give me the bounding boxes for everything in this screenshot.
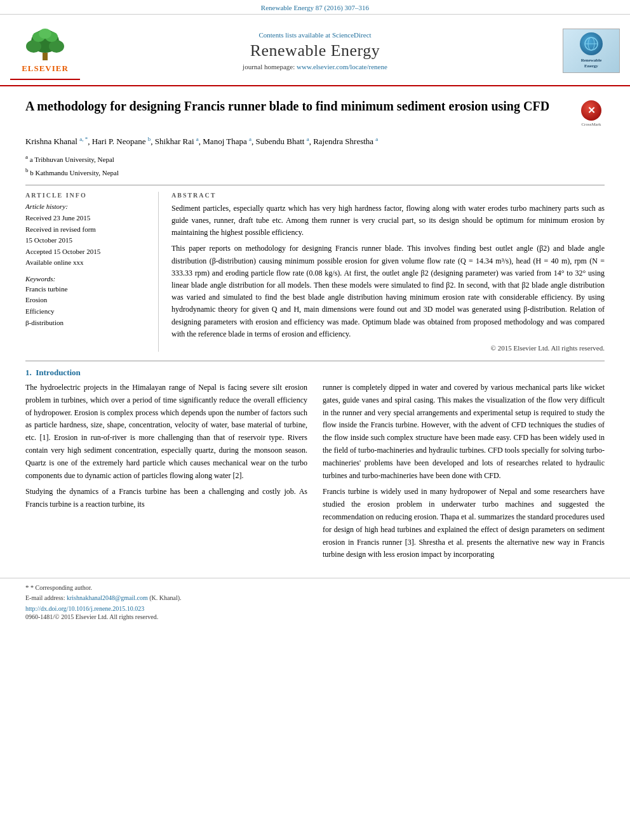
keyword-4: β-distribution xyxy=(25,317,151,329)
authors-line: Krishna Khanal a, *, Hari P. Neopane b, … xyxy=(25,135,605,149)
renewable-energy-logo: RenewableEnergy xyxy=(563,29,620,73)
crossmark-label: CrossMark xyxy=(581,122,601,127)
elsevier-wordmark: ELSEVIER xyxy=(22,63,69,74)
keyword-2: Erosion xyxy=(25,295,151,306)
available-online: Available online xxx xyxy=(25,257,151,269)
elsevier-logo: ELSEVIER xyxy=(10,21,80,80)
abstract-column: ABSTRACT Sediment particles, especially … xyxy=(171,192,605,352)
section-divider xyxy=(25,361,605,361)
contents-label: Contents lists available at xyxy=(258,31,330,39)
author-shikhar: Shikhar Rai a xyxy=(155,137,199,146)
intro-left-col: 1. Introduction The hydroelectric projec… xyxy=(25,368,307,565)
homepage-label: journal homepage: xyxy=(243,63,295,70)
crossmark-icon: ✕ xyxy=(581,100,601,121)
journal-title: Renewable Energy xyxy=(86,41,544,60)
globe-icon xyxy=(584,36,599,51)
journal-header: ELSEVIER Contents lists available at Sci… xyxy=(0,15,630,86)
footer: * * Corresponding author. E-mail address… xyxy=(0,578,630,625)
footer-note: * * Corresponding author. xyxy=(25,582,605,593)
journal-logo-right: RenewableEnergy xyxy=(550,29,620,73)
abstract-label: ABSTRACT xyxy=(171,192,605,199)
intro-para-1: The hydroelectric projects in the Himala… xyxy=(25,382,307,482)
intro-body-left: The hydroelectric projects in the Himala… xyxy=(25,382,307,511)
intro-number: 1. xyxy=(25,368,32,377)
article-info-label: ARTICLE INFO xyxy=(25,192,151,199)
intro-right-col: runner is completely dipped in water and… xyxy=(323,368,605,565)
abstract-copyright: © 2015 Elsevier Ltd. All rights reserved… xyxy=(171,344,605,352)
journal-citation: Renewable Energy 87 (2016) 307–316 xyxy=(261,4,369,11)
footer-copyright: 0960-1481/© 2015 Elsevier Ltd. All right… xyxy=(25,613,605,620)
keywords-label: Keywords: xyxy=(25,275,151,283)
contents-line: Contents lists available at ScienceDirec… xyxy=(86,31,544,39)
article-info-column: ARTICLE INFO Article history: Received 2… xyxy=(25,192,159,352)
abstract-text: Sediment particles, especially quartz wh… xyxy=(171,203,605,340)
article-body: A methodology for designing Francis runn… xyxy=(0,86,630,571)
author-email[interactable]: krishnakhanal2048@gmail.com xyxy=(67,594,148,601)
renewable-logo-text: RenewableEnergy xyxy=(581,58,602,69)
paper-title: A methodology for designing Francis runn… xyxy=(25,98,572,114)
email-label: E-mail address: xyxy=(25,594,65,601)
journal-citation-bar: Renewable Energy 87 (2016) 307–316 xyxy=(0,0,630,15)
svg-rect-0 xyxy=(43,53,48,60)
header-divider xyxy=(25,185,605,185)
footnote-star-icon: * xyxy=(25,583,29,591)
author-manoj: Manoj Thapa a xyxy=(203,137,251,146)
intro-body-right: runner is completely dipped in water and… xyxy=(323,382,605,561)
keyword-3: Efficiency xyxy=(25,306,151,317)
homepage-line: journal homepage: www.elsevier.com/locat… xyxy=(86,63,544,70)
journal-center: Contents lists available at ScienceDirec… xyxy=(80,31,550,70)
keywords-list: Francis turbine Erosion Efficiency β-dis… xyxy=(25,284,151,328)
author-hari: Hari P. Neopane b xyxy=(92,137,151,146)
received-revised-label: Received in revised form xyxy=(25,224,151,236)
introduction-section: 1. Introduction The hydroelectric projec… xyxy=(25,368,605,565)
revised-date: 15 October 2015 xyxy=(25,235,151,246)
intro-right-para-2: Francis turbine is widely used in many h… xyxy=(323,486,605,561)
svg-point-2 xyxy=(26,40,41,53)
author-rajendra: Rajendra Shrestha a xyxy=(313,137,378,146)
footer-email-line: E-mail address: krishnakhanal2048@gmail.… xyxy=(25,593,605,603)
svg-point-6 xyxy=(39,29,51,39)
svg-point-3 xyxy=(49,40,64,53)
abstract-para-1: Sediment particles, especially quartz wh… xyxy=(171,203,605,239)
keyword-1: Francis turbine xyxy=(25,284,151,295)
affiliation-a: a a Tribhuvan University, Nepal xyxy=(25,152,605,165)
doi-link[interactable]: http://dx.doi.org/10.1016/j.renene.2015.… xyxy=(25,605,605,612)
intro-right-para-1: runner is completely dipped in water and… xyxy=(323,382,605,482)
email-person: (K. Khanal). xyxy=(149,594,181,601)
intro-para-2: Studying the dynamics of a Francis turbi… xyxy=(25,486,307,511)
crossmark-badge[interactable]: ✕ CrossMark xyxy=(578,100,605,127)
elsevier-tree-icon xyxy=(20,27,70,62)
corresponding-author-label: * Corresponding author. xyxy=(30,584,92,591)
author-subendu: Subendu Bhatt a xyxy=(255,137,309,146)
homepage-url[interactable]: www.elsevier.com/locate/renene xyxy=(297,63,387,70)
intro-heading: 1. Introduction xyxy=(25,368,307,378)
received-date: Received 23 June 2015 xyxy=(25,213,151,224)
paper-title-row: A methodology for designing Francis runn… xyxy=(25,98,605,127)
affiliations: a a Tribhuvan University, Nepal b b Kath… xyxy=(25,152,605,178)
article-info-abstract: ARTICLE INFO Article history: Received 2… xyxy=(25,192,605,352)
author-krishna: Krishna Khanal a, * xyxy=(25,137,88,146)
intro-title: Introduction xyxy=(36,368,81,377)
accepted-date: Accepted 15 October 2015 xyxy=(25,246,151,258)
sciencedirect-link[interactable]: ScienceDirect xyxy=(332,31,372,39)
renewable-logo-circle-icon xyxy=(580,32,603,55)
abstract-para-2: This paper reports on methodology for de… xyxy=(171,243,605,340)
affiliation-b: b b Kathmandu University, Nepal xyxy=(25,166,605,178)
article-history-title: Article history: xyxy=(25,203,151,210)
